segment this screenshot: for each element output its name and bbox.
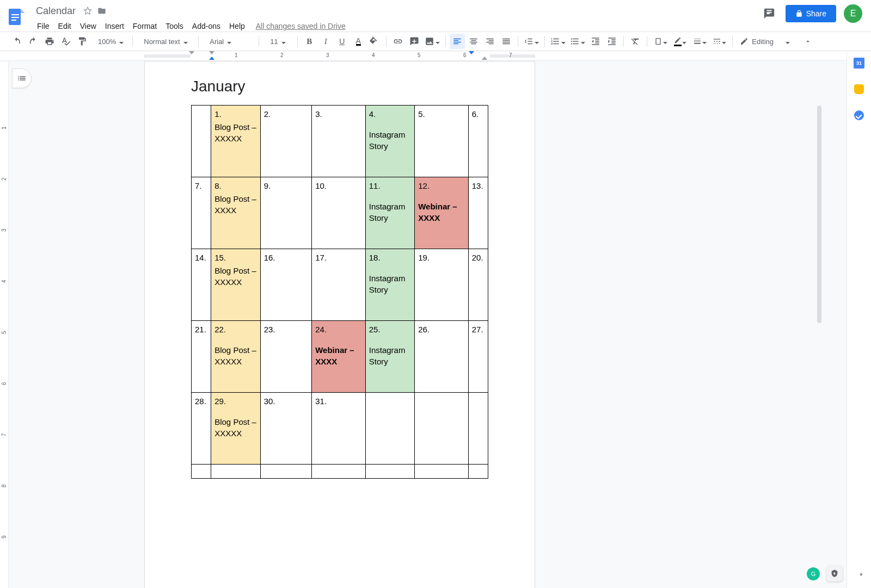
- cell-bg-button[interactable]: [651, 34, 670, 49]
- calendar-cell[interactable]: [211, 465, 260, 479]
- align-left-button[interactable]: [450, 34, 465, 49]
- account-avatar[interactable]: E: [844, 4, 862, 23]
- calendar-cell[interactable]: [468, 465, 488, 479]
- clear-format-button[interactable]: [628, 34, 643, 49]
- insert-image-button[interactable]: [423, 34, 441, 49]
- spellcheck-button[interactable]: [58, 34, 73, 49]
- align-center-button[interactable]: [466, 34, 481, 49]
- calendar-cell[interactable]: 20.: [468, 249, 488, 321]
- bulleted-list-button[interactable]: [568, 34, 587, 49]
- line-spacing-button[interactable]: [522, 34, 541, 49]
- calendar-cell[interactable]: 17.: [312, 249, 366, 321]
- calendar-cell[interactable]: 18.Instagram Story: [365, 249, 414, 321]
- paint-format-button[interactable]: [75, 34, 90, 49]
- docs-logo[interactable]: [5, 7, 27, 28]
- font-select[interactable]: Arial: [204, 35, 253, 48]
- tasks-addon-icon[interactable]: [854, 110, 864, 121]
- star-icon[interactable]: [82, 5, 93, 16]
- move-folder-icon[interactable]: [96, 5, 107, 16]
- calendar-cell[interactable]: [415, 465, 469, 479]
- indent-decrease-button[interactable]: [588, 34, 603, 49]
- menu-edit[interactable]: Edit: [54, 21, 76, 32]
- calendar-cell[interactable]: 8.Blog Post – XXXX: [211, 177, 260, 249]
- zoom-select[interactable]: 100%: [93, 35, 127, 48]
- share-button[interactable]: Share: [786, 5, 836, 22]
- calendar-cell[interactable]: 1.Blog Post – XXXXX: [211, 106, 260, 177]
- italic-button[interactable]: I: [318, 34, 333, 49]
- calendar-cell[interactable]: 23.: [260, 321, 312, 393]
- calendar-cell[interactable]: 10.: [312, 177, 366, 249]
- outline-toggle-button[interactable]: [12, 69, 32, 88]
- calendar-cell[interactable]: [192, 465, 211, 479]
- calendar-cell[interactable]: 27.: [468, 321, 488, 393]
- calendar-cell[interactable]: 3.: [312, 106, 366, 177]
- align-right-button[interactable]: [482, 34, 498, 49]
- calendar-cell[interactable]: 30.: [260, 393, 312, 465]
- save-status[interactable]: All changes saved in Drive: [256, 22, 346, 30]
- indent-increase-button[interactable]: [604, 34, 619, 49]
- page-heading[interactable]: January: [191, 78, 488, 95]
- doc-title[interactable]: Calendar: [33, 4, 79, 18]
- comments-button[interactable]: [760, 5, 778, 22]
- calendar-cell[interactable]: 4.Instagram Story: [365, 106, 414, 177]
- calendar-cell[interactable]: [415, 393, 469, 465]
- calendar-cell[interactable]: 13.: [468, 177, 488, 249]
- calendar-cell[interactable]: 19.: [415, 249, 469, 321]
- calendar-table[interactable]: 1.Blog Post – XXXXX2.3.4.Instagram Story…: [191, 105, 488, 479]
- calendar-cell[interactable]: 12.Webinar – XXXX: [415, 177, 469, 249]
- menu-format[interactable]: Format: [128, 21, 161, 32]
- menu-view[interactable]: View: [76, 21, 101, 32]
- calendar-cell[interactable]: 6.: [468, 106, 488, 177]
- align-justify-button[interactable]: [499, 34, 514, 49]
- menu-add-ons[interactable]: Add-ons: [188, 21, 225, 32]
- horizontal-ruler[interactable]: 1234567: [0, 51, 847, 61]
- menu-insert[interactable]: Insert: [101, 21, 128, 32]
- page[interactable]: January 1.Blog Post – XXXXX2.3.4.Instagr…: [144, 61, 535, 588]
- calendar-cell[interactable]: [312, 465, 366, 479]
- calendar-cell[interactable]: 9.: [260, 177, 312, 249]
- scrollbar[interactable]: [817, 106, 821, 323]
- insert-link-button[interactable]: [390, 34, 406, 49]
- insert-comment-button[interactable]: [407, 34, 422, 49]
- redo-button[interactable]: [26, 34, 41, 49]
- calendar-cell[interactable]: 22.Blog Post – XXXXX: [211, 321, 260, 393]
- print-button[interactable]: [42, 34, 57, 49]
- calendar-cell[interactable]: 15.Blog Post – XXXXX: [211, 249, 260, 321]
- calendar-cell[interactable]: 24.Webinar – XXXX: [312, 321, 366, 393]
- calendar-addon-icon[interactable]: 31: [854, 58, 864, 69]
- undo-button[interactable]: [9, 34, 24, 49]
- calendar-cell[interactable]: [192, 106, 211, 177]
- calendar-cell[interactable]: 5.: [415, 106, 469, 177]
- border-style-button[interactable]: [710, 34, 728, 49]
- calendar-cell[interactable]: 16.: [260, 249, 312, 321]
- menu-file[interactable]: File: [33, 21, 54, 32]
- text-color-button[interactable]: A: [351, 34, 366, 49]
- border-width-button[interactable]: [690, 34, 709, 49]
- calendar-cell[interactable]: [260, 465, 312, 479]
- underline-button[interactable]: U: [334, 34, 349, 49]
- calendar-cell[interactable]: 21.: [192, 321, 211, 393]
- highlight-button[interactable]: [367, 34, 382, 49]
- calendar-cell[interactable]: 31.: [312, 393, 366, 465]
- hide-menus-button[interactable]: [801, 35, 814, 48]
- calendar-cell[interactable]: 11.Instagram Story: [365, 177, 414, 249]
- side-panel-toggle[interactable]: [857, 570, 866, 580]
- bold-button[interactable]: B: [302, 34, 317, 49]
- calendar-cell[interactable]: 2.: [260, 106, 312, 177]
- calendar-cell[interactable]: [365, 393, 414, 465]
- calendar-cell[interactable]: [468, 393, 488, 465]
- editing-mode-select[interactable]: Editing: [736, 36, 801, 46]
- keep-addon-icon[interactable]: [854, 84, 864, 95]
- calendar-cell[interactable]: 7.: [192, 177, 211, 249]
- calendar-cell[interactable]: 25.Instagram Story: [365, 321, 414, 393]
- menu-help[interactable]: Help: [225, 21, 249, 32]
- vertical-ruler[interactable]: 123 456 789: [0, 62, 9, 588]
- explore-button[interactable]: [826, 565, 843, 581]
- styles-select[interactable]: Normal text: [138, 35, 193, 48]
- fontsize-select[interactable]: 11: [265, 35, 292, 48]
- calendar-cell[interactable]: 14.: [192, 249, 211, 321]
- calendar-cell[interactable]: [365, 465, 414, 479]
- grammarly-icon[interactable]: G: [807, 567, 820, 580]
- numbered-list-button[interactable]: [549, 34, 567, 49]
- calendar-cell[interactable]: 26.: [415, 321, 469, 393]
